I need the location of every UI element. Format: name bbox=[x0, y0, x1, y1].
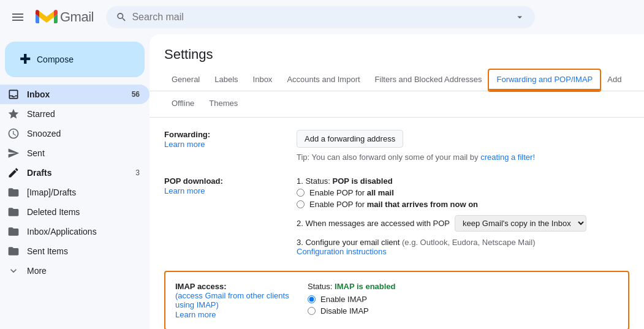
pop-label: POP download: Learn more bbox=[164, 176, 287, 256]
gmail-text: Gmail bbox=[60, 9, 94, 25]
compose-label: Compose bbox=[37, 55, 74, 64]
imap-enable-radio[interactable] bbox=[308, 295, 316, 303]
inbox-count: 56 bbox=[132, 90, 140, 99]
inbox-apps-label: Inbox/Applications bbox=[27, 227, 97, 236]
search-icon bbox=[116, 11, 127, 23]
pop-allmail-bold: all mail bbox=[367, 188, 394, 197]
imap-content: Status: IMAP is enabled Enable IMAP Disa… bbox=[308, 282, 618, 319]
snoozed-label: Snoozed bbox=[27, 129, 61, 138]
chevron-down-icon bbox=[7, 265, 20, 277]
pop-status-value: POP is disabled bbox=[333, 176, 393, 186]
deleted-label: Deleted Items bbox=[27, 207, 80, 217]
pop-option2-text: Enable POP for mail that arrives from no… bbox=[309, 200, 478, 209]
tip-text-static: Tip: You can also forward only some of y… bbox=[297, 153, 479, 162]
folder-icon-4 bbox=[7, 245, 20, 257]
tab-inbox[interactable]: Inbox bbox=[246, 70, 280, 91]
folder-icon-2 bbox=[7, 206, 20, 218]
sent-label: Sent bbox=[27, 148, 45, 158]
sidebar-item-starred[interactable]: Starred bbox=[0, 104, 150, 124]
tab-addons[interactable]: Add bbox=[600, 70, 629, 91]
sidebar-item-inbox-apps[interactable]: Inbox/Applications bbox=[0, 222, 150, 241]
pop-allmail-radio[interactable] bbox=[297, 189, 305, 197]
pop-when-label: 2. When messages are accessed with POP bbox=[297, 219, 450, 228]
settings-tabs-row2: Offline Themes bbox=[150, 91, 644, 118]
settings-header: Settings bbox=[150, 34, 644, 62]
imap-disable-option: Disable IMAP bbox=[308, 306, 618, 316]
imap-status-prefix: Status: bbox=[308, 282, 335, 291]
tab-offline[interactable]: Offline bbox=[164, 94, 202, 115]
tab-themes[interactable]: Themes bbox=[202, 94, 245, 115]
gmail-logo-svg bbox=[36, 6, 58, 28]
pop-when-select[interactable]: keep Gmail's copy in the Inbox bbox=[455, 215, 586, 232]
forwarding-title: Forwarding: bbox=[164, 130, 287, 139]
inbox-icon bbox=[7, 88, 20, 100]
drafts-icon bbox=[7, 167, 20, 179]
imap-title: IMAP access: bbox=[175, 282, 298, 291]
folder-icon-1 bbox=[7, 186, 20, 199]
gmail-logo: Gmail bbox=[36, 6, 94, 28]
sidebar-item-imap-drafts[interactable]: [Imap]/Drafts bbox=[0, 183, 150, 202]
add-forwarding-button[interactable]: Add a forwarding address bbox=[297, 130, 403, 148]
menu-icon[interactable] bbox=[7, 7, 28, 28]
pop-configure-sub: (e.g. Outlook, Eudora, Netscape Mail) bbox=[402, 238, 536, 247]
sidebar: ✚ Compose Inbox 56 Starred bbox=[0, 34, 150, 329]
search-input[interactable] bbox=[132, 12, 509, 23]
imap-status-line: Status: IMAP is enabled bbox=[308, 282, 618, 291]
sidebar-item-more[interactable]: More bbox=[0, 261, 150, 281]
pop-status-num: 1. Status: bbox=[297, 176, 333, 186]
creating-filter-link[interactable]: creating a filter! bbox=[480, 153, 535, 162]
sidebar-item-sent[interactable]: Sent bbox=[0, 143, 150, 163]
pop-configure: 3. Configure your email client (e.g. Out… bbox=[297, 238, 629, 256]
pop-content: 1. Status: POP is disabled Enable POP fo… bbox=[297, 176, 629, 256]
sent-items-label: Sent Items bbox=[27, 246, 68, 256]
pop-option-allmail: Enable POP for all mail bbox=[297, 188, 629, 197]
main-area: ✚ Compose Inbox 56 Starred bbox=[0, 34, 644, 329]
pop-fromnow-radio[interactable] bbox=[297, 200, 305, 208]
imap-learn-more[interactable]: Learn more bbox=[175, 310, 216, 319]
compose-plus-icon: ✚ bbox=[20, 51, 31, 67]
tab-general[interactable]: General bbox=[164, 70, 207, 91]
tab-filters[interactable]: Filters and Blocked Addresses bbox=[368, 70, 490, 91]
sidebar-item-deleted[interactable]: Deleted Items bbox=[0, 202, 150, 222]
tab-accounts[interactable]: Accounts and Import bbox=[279, 70, 367, 91]
sent-icon bbox=[7, 147, 20, 159]
pop-when-row: 2. When messages are accessed with POP k… bbox=[297, 215, 629, 232]
pop-title: POP download: bbox=[164, 176, 287, 186]
pop-row: POP download: Learn more 1. Status: POP … bbox=[164, 176, 629, 256]
forwarding-learn-more[interactable]: Learn more bbox=[164, 140, 205, 149]
pop-learn-more[interactable]: Learn more bbox=[164, 186, 205, 195]
tab-labels[interactable]: Labels bbox=[207, 70, 245, 91]
config-instructions-link[interactable]: Configuration instructions bbox=[297, 247, 387, 256]
settings-title: Settings bbox=[164, 47, 629, 62]
compose-button[interactable]: ✚ Compose bbox=[5, 42, 145, 77]
imap-sub-label[interactable]: (access Gmail from other clients using I… bbox=[175, 291, 298, 309]
settings-tabs-row1: General Labels Inbox Accounts and Import… bbox=[150, 70, 644, 91]
starred-label: Starred bbox=[27, 109, 55, 119]
imap-status-value: IMAP is enabled bbox=[335, 282, 395, 291]
pop-option1-text: Enable POP for all mail bbox=[309, 188, 394, 197]
sidebar-item-sent-items[interactable]: Sent Items bbox=[0, 241, 150, 261]
snoozed-icon bbox=[7, 127, 20, 140]
pop-status: 1. Status: POP is disabled Enable POP fo… bbox=[297, 176, 629, 209]
tab-forwarding[interactable]: Forwarding and POP/IMAP bbox=[489, 70, 600, 91]
imap-enable-label: Enable IMAP bbox=[320, 295, 367, 304]
sidebar-item-drafts[interactable]: Drafts 3 bbox=[0, 163, 150, 183]
sidebar-inbox-label: Inbox bbox=[27, 89, 50, 99]
imap-drafts-label: [Imap]/Drafts bbox=[27, 187, 76, 197]
pop-status-line: 1. Status: POP is disabled bbox=[297, 176, 629, 186]
sidebar-item-snoozed[interactable]: Snoozed bbox=[0, 124, 150, 143]
search-dropdown-icon[interactable] bbox=[514, 11, 525, 23]
forwarding-tip: Tip: You can also forward only some of y… bbox=[297, 153, 629, 162]
forwarding-label: Forwarding: Learn more bbox=[164, 130, 287, 162]
folder-icon-3 bbox=[7, 225, 20, 238]
drafts-count: 3 bbox=[135, 168, 140, 177]
imap-disable-label: Disable IMAP bbox=[320, 306, 369, 316]
pop-option-fromnow: Enable POP for mail that arrives from no… bbox=[297, 200, 629, 209]
more-label: More bbox=[27, 266, 47, 276]
pop-fromnow-bold: mail that arrives from now on bbox=[367, 200, 478, 209]
search-bar bbox=[106, 6, 535, 28]
imap-disable-radio[interactable] bbox=[308, 307, 316, 315]
imap-enable-option: Enable IMAP bbox=[308, 295, 618, 304]
sidebar-item-inbox[interactable]: Inbox 56 bbox=[0, 85, 150, 104]
forwarding-content: Add a forwarding address Tip: You can al… bbox=[297, 130, 629, 162]
